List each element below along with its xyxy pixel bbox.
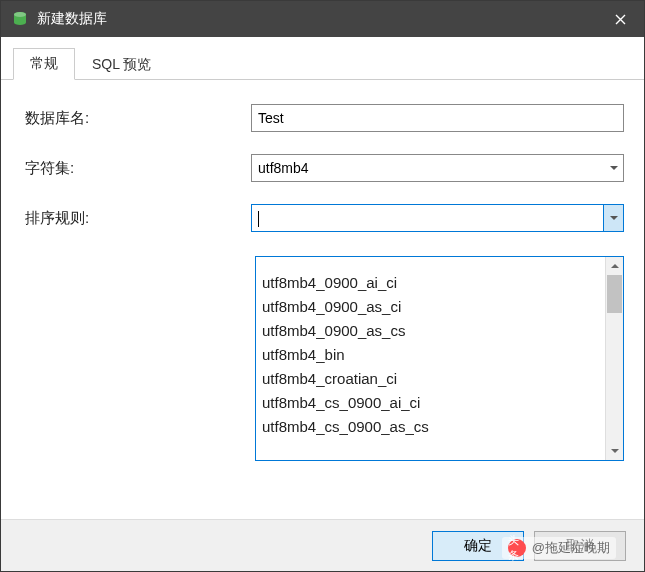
label-db-name: 数据库名: — [21, 109, 251, 128]
collation-dropdown: utf8mb4_0900_ai_ci utf8mb4_0900_as_ci ut… — [255, 256, 624, 461]
label-charset: 字符集: — [21, 159, 251, 178]
dialog-body: 数据库名: 字符集: utf8mb4 排序规则: — [1, 80, 644, 519]
collation-dropdown-button[interactable] — [603, 205, 623, 231]
scrollbar-track[interactable] — [606, 275, 623, 442]
triangle-down-icon — [611, 449, 619, 453]
text-caret — [258, 211, 259, 227]
collation-option[interactable]: utf8mb4_0900_as_ci — [262, 295, 599, 319]
row-db-name: 数据库名: — [21, 104, 624, 132]
row-collation: 排序规则: — [21, 204, 624, 232]
tab-strip: 常规 SQL 预览 — [1, 37, 644, 80]
charset-dropdown-button[interactable] — [603, 155, 623, 181]
collation-option[interactable]: utf8mb4_bin — [262, 343, 599, 367]
ok-button[interactable]: 确定 — [432, 531, 524, 561]
window-title: 新建数据库 — [37, 10, 596, 28]
label-collation: 排序规则: — [21, 209, 251, 228]
svg-point-1 — [14, 12, 26, 17]
title-bar: 新建数据库 — [1, 1, 644, 37]
dialog-window: 新建数据库 常规 SQL 预览 数据库名: 字符集: utf8mb4 — [0, 0, 645, 572]
db-name-input[interactable] — [251, 104, 624, 132]
close-button[interactable] — [596, 1, 644, 37]
chevron-down-icon — [610, 216, 618, 220]
tab-general[interactable]: 常规 — [13, 48, 75, 80]
chevron-down-icon — [610, 166, 618, 170]
close-icon — [615, 14, 626, 25]
scrollbar-thumb[interactable] — [607, 275, 622, 313]
cancel-button[interactable]: 取消 — [534, 531, 626, 561]
dialog-footer: 确定 取消 — [1, 519, 644, 571]
charset-value: utf8mb4 — [258, 160, 603, 176]
collation-option[interactable]: utf8mb4_0900_ai_ci — [262, 271, 599, 295]
dropdown-scrollbar[interactable] — [605, 257, 623, 460]
charset-combo[interactable]: utf8mb4 — [251, 154, 624, 182]
scroll-down-button[interactable] — [606, 442, 623, 460]
row-charset: 字符集: utf8mb4 — [21, 154, 624, 182]
scroll-up-button[interactable] — [606, 257, 623, 275]
collation-option[interactable]: utf8mb4_cs_0900_ai_ci — [262, 391, 599, 415]
collation-combo[interactable] — [251, 204, 624, 232]
collation-value — [258, 209, 603, 226]
triangle-up-icon — [611, 264, 619, 268]
collation-option[interactable]: utf8mb4_0900_as_cs — [262, 319, 599, 343]
tab-sql-preview[interactable]: SQL 预览 — [75, 49, 168, 80]
collation-option[interactable]: utf8mb4_croatian_ci — [262, 367, 599, 391]
database-icon — [11, 10, 29, 28]
collation-option[interactable]: utf8mb4_cs_0900_as_cs — [262, 415, 599, 439]
collation-option-list: utf8mb4_0900_ai_ci utf8mb4_0900_as_ci ut… — [256, 257, 605, 460]
